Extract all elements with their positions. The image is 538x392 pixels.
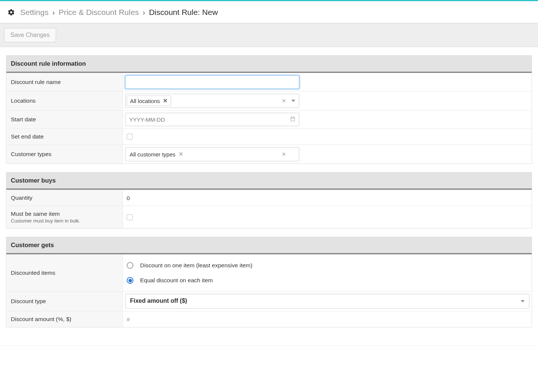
calendar-icon[interactable] xyxy=(290,116,296,123)
row-discount-amount: Discount amount (%, $) xyxy=(6,311,532,327)
label-discount-amount: Discount amount (%, $) xyxy=(6,311,123,327)
row-locations: Locations All locations ✕ ✕ xyxy=(6,91,532,110)
chevron-down-icon[interactable] xyxy=(291,100,295,102)
radio-one-item[interactable]: Discount on one item (least expensive it… xyxy=(127,262,253,269)
panel-gets: Customer gets Discounted items Discount … xyxy=(6,237,532,327)
breadcrumb-rules[interactable]: Price & Discount Rules xyxy=(59,8,139,17)
customer-types-chip: All customer types ✕ xyxy=(127,149,186,159)
chip-remove-icon[interactable]: ✕ xyxy=(179,151,183,158)
label-text: Start date xyxy=(11,116,118,123)
label-same-item: Must be same item Customer must buy item… xyxy=(6,206,123,228)
quantity-input[interactable] xyxy=(123,190,532,205)
locations-multiselect[interactable]: All locations ✕ ✕ xyxy=(125,94,299,108)
clear-all-icon[interactable]: ✕ xyxy=(282,98,286,104)
label-discount-type: Discount type xyxy=(6,292,123,311)
discount-type-select[interactable]: Fixed amount off ($) xyxy=(125,294,529,309)
row-discounted-items: Discounted items Discount on one item (l… xyxy=(6,254,532,291)
set-end-date-checkbox[interactable] xyxy=(127,134,133,140)
panel-buys: Customer buys Quantity Must be same item… xyxy=(6,172,532,228)
radio-icon[interactable] xyxy=(127,262,133,269)
label-locations: Locations xyxy=(6,91,123,110)
breadcrumb-separator: › xyxy=(143,8,145,17)
panel-gets-header: Customer gets xyxy=(6,237,532,254)
chevron-down-icon[interactable] xyxy=(521,300,525,302)
page-header: Settings › Price & Discount Rules › Disc… xyxy=(0,1,538,23)
label-start-date: Start date xyxy=(6,111,123,128)
row-rule-name: Discount rule name xyxy=(6,73,532,91)
discounted-items-radio-group: Discount on one item (least expensive it… xyxy=(125,257,254,289)
rule-name-input[interactable] xyxy=(125,75,299,89)
breadcrumb: Settings › Price & Discount Rules › Disc… xyxy=(20,8,218,17)
discount-amount-input[interactable] xyxy=(123,312,532,327)
start-date-input[interactable] xyxy=(125,113,299,126)
label-set-end-date: Set end date xyxy=(6,129,123,144)
label-text: Quantity xyxy=(11,195,118,201)
row-customer-types: Customer types All customer types ✕ ✕ xyxy=(6,144,532,164)
row-discount-type: Discount type Fixed amount off ($) xyxy=(6,291,532,311)
label-quantity: Quantity xyxy=(6,190,123,206)
chip-label: All customer types xyxy=(130,151,176,158)
breadcrumb-current: Discount Rule: New xyxy=(149,8,218,17)
row-start-date: Start date xyxy=(6,110,532,128)
label-discounted-items: Discounted items xyxy=(6,255,123,291)
label-customer-types: Customer types xyxy=(6,145,123,164)
label-rule-name: Discount rule name xyxy=(6,73,123,91)
panel-info-header: Discount rule information xyxy=(6,56,532,73)
locations-chip: All locations ✕ xyxy=(127,96,171,106)
same-item-checkbox[interactable] xyxy=(127,214,133,220)
toolbar: Save Changes xyxy=(0,23,538,47)
gear-icon xyxy=(7,9,15,16)
label-text: Must be same item xyxy=(11,211,118,217)
radio-icon[interactable] xyxy=(127,277,133,284)
label-subtext: Customer must buy item in bulk. xyxy=(11,218,118,224)
chip-remove-icon[interactable]: ✕ xyxy=(163,97,168,104)
content-area: Discount rule information Discount rule … xyxy=(0,47,538,344)
row-same-item: Must be same item Customer must buy item… xyxy=(6,206,532,228)
label-text: Customer types xyxy=(11,151,118,158)
chip-label: All locations xyxy=(130,98,160,104)
panel-buys-header: Customer buys xyxy=(6,172,532,190)
radio-label: Equal discount on each item xyxy=(140,277,213,284)
label-text: Locations xyxy=(11,97,118,104)
breadcrumb-settings[interactable]: Settings xyxy=(20,8,49,17)
clear-all-icon[interactable]: ✕ xyxy=(282,151,286,157)
select-value: Fixed amount off ($) xyxy=(130,298,187,304)
customer-types-multiselect[interactable]: All customer types ✕ ✕ xyxy=(125,147,299,161)
panel-info: Discount rule information Discount rule … xyxy=(6,55,532,164)
save-button[interactable]: Save Changes xyxy=(4,28,56,42)
radio-label: Discount on one item (least expensive it… xyxy=(140,262,253,269)
page-bottom-border xyxy=(0,345,538,346)
radio-each-item[interactable]: Equal discount on each item xyxy=(127,277,253,284)
row-quantity: Quantity xyxy=(6,190,532,206)
label-text: Discount amount (%, $) xyxy=(11,316,118,323)
label-text: Set end date xyxy=(11,133,118,140)
label-text: Discount type xyxy=(11,298,118,305)
label-text: Discount rule name xyxy=(11,79,118,85)
breadcrumb-separator: › xyxy=(52,8,55,17)
row-set-end-date: Set end date xyxy=(6,128,532,144)
label-text: Discounted items xyxy=(11,270,118,276)
